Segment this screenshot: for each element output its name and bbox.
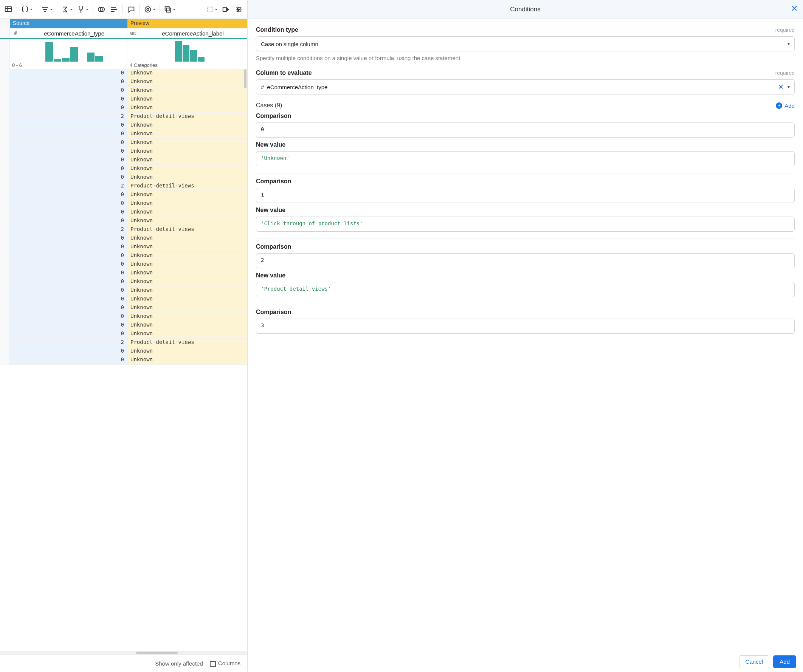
condition-type-select[interactable]: Case on single column ▾ <box>256 36 795 51</box>
data-grid[interactable]: 0Unknown0Unknown0Unknown0Unknown0Unknown… <box>0 69 247 651</box>
table-row[interactable]: 0Unknown <box>0 148 247 156</box>
abc-icon: ABC <box>127 31 139 36</box>
table-row[interactable]: 0Unknown <box>0 165 247 174</box>
table-row[interactable]: 2Product·detail·views <box>0 113 247 121</box>
checkbox-icon[interactable] <box>210 661 216 667</box>
row-gutter <box>0 139 10 148</box>
plus-circle-icon: + <box>776 102 782 109</box>
histogram-preview[interactable]: 4 Categories <box>127 39 247 69</box>
toolbar-lines-icon[interactable] <box>108 3 120 16</box>
columns-toggle[interactable]: Columns <box>210 660 241 667</box>
cell-preview: Unknown <box>127 78 247 86</box>
table-row[interactable]: 0Unknown <box>0 130 247 139</box>
table-row[interactable]: 0Unknown <box>0 269 247 278</box>
table-row[interactable]: 0Unknown <box>0 208 247 217</box>
new-value-input[interactable]: 'Unknown' <box>256 151 795 166</box>
table-row[interactable]: 2Product·detail·views <box>0 226 247 234</box>
comparison-input[interactable]: 0 <box>256 122 795 138</box>
table-row[interactable]: 0Unknown <box>0 78 247 86</box>
cell-preview: Unknown <box>127 356 247 365</box>
cell-source: 0 <box>10 347 127 356</box>
toolbar-filter-icon[interactable] <box>39 3 54 16</box>
table-row[interactable]: 0Unknown <box>0 252 247 260</box>
row-gutter <box>0 78 10 86</box>
toolbar-send-to-end-icon[interactable] <box>220 3 232 16</box>
table-row[interactable]: 0Unknown <box>0 156 247 165</box>
table-row[interactable]: 0Unknown <box>0 330 247 339</box>
toolbar-select-icon[interactable] <box>204 3 219 16</box>
toolbar-stack-icon[interactable] <box>162 3 177 16</box>
table-row[interactable]: 0Unknown <box>0 217 247 226</box>
table-row[interactable]: 0Unknown <box>0 121 247 130</box>
histogram-source[interactable]: 0 - 6 <box>10 39 127 69</box>
svg-point-2 <box>82 6 83 7</box>
table-row[interactable]: 0Unknown <box>0 347 247 356</box>
comparison-input[interactable]: 2 <box>256 253 795 268</box>
toolbar-comment-icon[interactable] <box>125 3 137 16</box>
show-only-affected-label[interactable]: Show only affected <box>155 660 203 667</box>
table-row[interactable]: 0Unknown <box>0 286 247 295</box>
table-row[interactable]: 0Unknown <box>0 295 247 304</box>
row-gutter <box>0 304 10 313</box>
cell-source: 0 <box>10 304 127 313</box>
column-evaluate-label: Column to evaluate <box>256 70 312 76</box>
panel-footer: Cancel Add <box>248 651 803 672</box>
cell-preview: Product·detail·views <box>127 113 247 121</box>
cell-preview: Unknown <box>127 252 247 260</box>
table-row[interactable]: 0Unknown <box>0 304 247 313</box>
row-gutter <box>0 286 10 295</box>
row-gutter <box>0 347 10 356</box>
cell-source: 0 <box>10 86 127 95</box>
column-header-source[interactable]: # eCommerceAction_type <box>10 28 127 38</box>
add-button[interactable]: Add <box>773 655 796 668</box>
vertical-scrollbar-thumb[interactable] <box>244 69 247 88</box>
toolbar-merge-icon[interactable] <box>75 3 90 16</box>
cancel-button[interactable]: Cancel <box>739 655 770 668</box>
cell-preview: Unknown <box>127 243 247 252</box>
columns-label: Columns <box>218 660 241 666</box>
table-row[interactable]: 0Unknown <box>0 243 247 252</box>
new-value-input[interactable]: 'Product detail views' <box>256 282 795 297</box>
new-value-input[interactable]: 'Click through of product lists' <box>256 217 795 232</box>
table-row[interactable]: 0Unknown <box>0 139 247 148</box>
grid-footer: Show only affected Columns <box>0 655 247 672</box>
row-gutter <box>0 339 10 347</box>
toolbar-table-icon[interactable] <box>2 3 15 16</box>
table-row[interactable]: 0Unknown <box>0 278 247 286</box>
table-row[interactable]: 0Unknown <box>0 313 247 321</box>
table-row[interactable]: 0Unknown <box>0 86 247 95</box>
table-row[interactable]: 0Unknown <box>0 234 247 243</box>
cell-preview: Unknown <box>127 174 247 182</box>
table-row[interactable]: 0Unknown <box>0 321 247 330</box>
table-row[interactable]: 0Unknown <box>0 191 247 200</box>
column-evaluate-select[interactable]: # eCommerceAction_type ✕ ▾ <box>256 80 795 94</box>
table-row[interactable]: 0Unknown <box>0 260 247 269</box>
column-header-preview[interactable]: ABC eCommerceAction_label <box>127 28 247 38</box>
toolbar-join-icon[interactable] <box>95 3 107 16</box>
svg-point-12 <box>237 7 239 8</box>
table-row[interactable]: 0Unknown <box>0 356 247 365</box>
close-icon[interactable]: ✕ <box>791 5 798 13</box>
horizontal-scrollbar-thumb[interactable] <box>136 652 178 654</box>
cell-source: 0 <box>10 278 127 286</box>
comparison-input[interactable]: 3 <box>256 319 795 334</box>
hash-icon: # <box>261 84 264 90</box>
toolbar-sliders-icon[interactable] <box>233 3 245 16</box>
comparison-input[interactable]: 1 <box>256 188 795 203</box>
row-gutter <box>0 234 10 243</box>
table-row[interactable]: 2Product·detail·views <box>0 339 247 347</box>
horizontal-scrollbar[interactable] <box>0 651 247 655</box>
row-gutter <box>0 104 10 113</box>
add-case-link[interactable]: + Add <box>776 102 795 109</box>
table-row[interactable]: 0Unknown <box>0 69 247 78</box>
toolbar-sigma-icon[interactable] <box>59 3 75 16</box>
toolbar-target-icon[interactable] <box>142 3 157 16</box>
table-row[interactable]: 2Product·detail·views <box>0 182 247 191</box>
toolbar-braces-icon[interactable] <box>19 3 34 16</box>
table-row[interactable]: 0Unknown <box>0 174 247 182</box>
cell-source: 2 <box>10 339 127 347</box>
table-row[interactable]: 0Unknown <box>0 95 247 104</box>
table-row[interactable]: 0Unknown <box>0 200 247 208</box>
clear-icon[interactable]: ✕ <box>778 84 784 90</box>
table-row[interactable]: 0Unknown <box>0 104 247 113</box>
